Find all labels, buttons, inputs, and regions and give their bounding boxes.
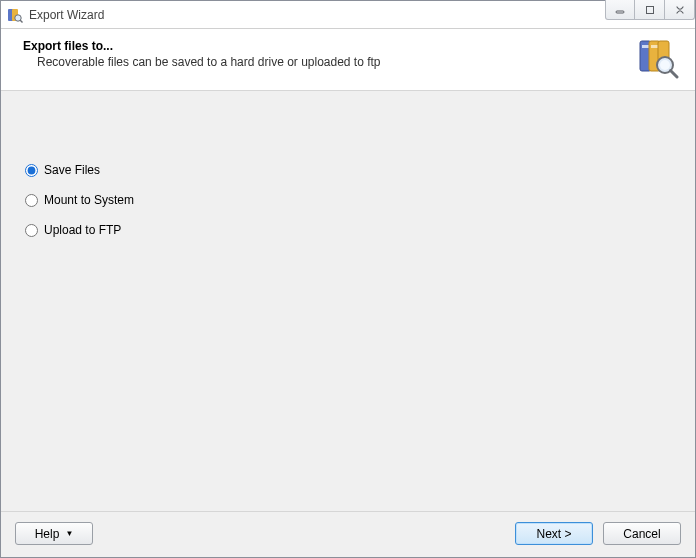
svg-rect-7 [642, 45, 649, 48]
svg-rect-5 [646, 6, 653, 13]
option-save-files[interactable]: Save Files [25, 163, 675, 177]
svg-line-13 [671, 71, 678, 78]
minimize-icon [614, 4, 626, 16]
next-button-label: Next > [536, 527, 571, 541]
header-books-search-icon [637, 37, 679, 79]
option-upload-to-ftp-label: Upload to FTP [44, 223, 121, 237]
wizard-header-subtitle: Recoverable files can be saved to a hard… [37, 55, 629, 69]
svg-rect-4 [616, 11, 624, 13]
export-wizard-window: Export Wizard Export files to... R [0, 0, 696, 558]
titlebar: Export Wizard [1, 1, 695, 29]
svg-line-3 [20, 20, 23, 23]
maximize-button[interactable] [635, 0, 665, 20]
minimize-button[interactable] [605, 0, 635, 20]
wizard-footer: Help ▼ Next > Cancel [1, 511, 695, 557]
cancel-button[interactable]: Cancel [603, 522, 681, 545]
option-save-files-label: Save Files [44, 163, 100, 177]
close-button[interactable] [665, 0, 695, 20]
window-title: Export Wizard [29, 8, 104, 22]
wizard-header-title: Export files to... [23, 39, 629, 53]
wizard-content: Save Files Mount to System Upload to FTP [1, 91, 695, 511]
window-controls [605, 0, 695, 20]
app-icon [7, 7, 23, 23]
help-button[interactable]: Help ▼ [15, 522, 93, 545]
wizard-header-texts: Export files to... Recoverable files can… [23, 39, 629, 69]
radio-upload-to-ftp[interactable] [25, 224, 38, 237]
wizard-header: Export files to... Recoverable files can… [1, 29, 695, 91]
option-upload-to-ftp[interactable]: Upload to FTP [25, 223, 675, 237]
option-mount-to-system-label: Mount to System [44, 193, 134, 207]
export-option-group: Save Files Mount to System Upload to FTP [25, 163, 675, 237]
chevron-down-icon: ▼ [65, 530, 73, 538]
svg-point-12 [660, 60, 670, 70]
maximize-icon [644, 4, 656, 16]
radio-save-files[interactable] [25, 164, 38, 177]
cancel-button-label: Cancel [623, 527, 660, 541]
help-button-label: Help [35, 527, 60, 541]
svg-rect-9 [651, 45, 658, 48]
option-mount-to-system[interactable]: Mount to System [25, 193, 675, 207]
close-icon [674, 4, 686, 16]
next-button[interactable]: Next > [515, 522, 593, 545]
radio-mount-to-system[interactable] [25, 194, 38, 207]
footer-right-group: Next > Cancel [515, 522, 681, 545]
